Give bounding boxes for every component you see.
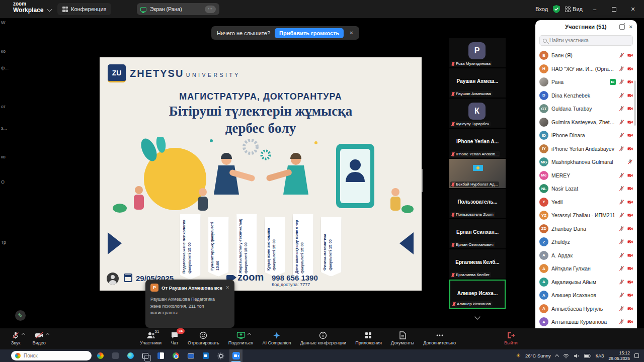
video-options-chevron[interactable]	[46, 333, 49, 336]
audio-button[interactable]: Звук	[9, 330, 22, 346]
taskbar-search[interactable]	[11, 351, 92, 360]
video-tile[interactable]: Р Роза Мухитдинова	[449, 38, 506, 67]
audio-options-chevron[interactable]	[22, 333, 25, 336]
participant-row[interactable]: D Dina Kenzhebek	[535, 89, 637, 103]
more-button[interactable]: Дополнительно	[421, 330, 458, 346]
task-view-icon[interactable]	[139, 349, 152, 362]
taskbar-search-input[interactable]	[24, 353, 88, 358]
screen-share-indicator[interactable]: Экран (Рана) ⋯	[137, 3, 219, 15]
participant-row[interactable]: ZD Zhanbay Dana	[535, 222, 637, 236]
share-options-chevron[interactable]	[248, 333, 251, 336]
app-icon-dark[interactable]	[109, 349, 122, 362]
outlook-icon[interactable]	[184, 349, 197, 362]
chat-button[interactable]: 24 Чат	[169, 330, 181, 346]
notification-center-icon[interactable]	[634, 353, 639, 358]
chrome-icon[interactable]	[169, 349, 182, 362]
banner-text: Ничего не слышите?	[217, 30, 270, 36]
participant-row[interactable]: А Алтыншаш Курманова	[535, 315, 637, 326]
participant-row[interactable]: NL Nasir Lazat	[535, 182, 637, 196]
participants-button[interactable]: 51 Участники	[138, 330, 164, 346]
popout-icon[interactable]	[619, 24, 625, 30]
share-scrollbar[interactable]	[422, 169, 423, 192]
chat-message-text: Раушан Ахмешова Педагогика және психолог…	[150, 296, 221, 317]
share-screen-button[interactable]: Поделиться	[226, 330, 256, 346]
participant-row[interactable]: Н НАО "ЖУ им. И... (Организатор)	[535, 62, 637, 76]
participant-name: Алпысбаева Нургуль	[551, 306, 616, 312]
sender-avatar: Р	[150, 284, 158, 292]
participant-row[interactable]: Z Zhuldyz	[535, 235, 637, 249]
tab-meeting[interactable]: Конференция	[57, 3, 111, 15]
panel-scrollbar[interactable]	[634, 80, 636, 126]
security-shield-icon[interactable]	[553, 5, 560, 13]
strip-collapse-chevron[interactable]	[449, 310, 506, 321]
participant-row[interactable]: GT Guldana Turabay	[535, 102, 637, 116]
weather-text[interactable]: 26°C Sunny	[525, 353, 551, 358]
edge-icon[interactable]	[124, 349, 137, 362]
maximize-button[interactable]	[607, 0, 621, 18]
search-input[interactable]	[549, 38, 629, 43]
right-arrow-decoration	[399, 232, 414, 254]
documents-button[interactable]: Документы	[389, 330, 416, 346]
leave-meeting-button[interactable]: Выйти	[502, 330, 520, 346]
participant-row[interactable]: MG Mashripkhanova Gulmaral	[535, 155, 637, 169]
battery-icon[interactable]	[584, 354, 591, 358]
participant-row[interactable]: IY iPhone Yerlan Andasbayev	[535, 142, 637, 156]
speaker-icon[interactable]	[574, 353, 580, 358]
store-icon[interactable]	[199, 349, 212, 362]
wifi-icon[interactable]	[563, 353, 569, 358]
keyboard-language[interactable]: КАЗ	[596, 353, 604, 358]
meeting-info-button[interactable]: Данные конференции	[298, 330, 349, 346]
video-button[interactable]: Видео	[30, 330, 47, 346]
view-button[interactable]: Вид	[565, 6, 583, 12]
chat-notification-popup[interactable]: Р От Раушан Ахмешова всем ✕ Раушан Ахмеш…	[145, 280, 234, 328]
minimize-button[interactable]: –	[588, 0, 602, 18]
video-tile[interactable]: К Кунсулу Турарбек	[449, 99, 506, 128]
participant-row[interactable]: Gulmira Kasteyeva, Zhetysu Uni...	[535, 116, 637, 129]
video-tile-active-speaker[interactable]: Алишер Исаха... Алишер Исаханов	[449, 280, 506, 309]
panel-close-icon[interactable]: ✕	[629, 24, 633, 30]
share-options-button[interactable]: ⋯	[205, 6, 216, 13]
participant-row[interactable]: Б Баян (Я)	[535, 49, 637, 62]
ai-companion-button[interactable]: AI Companion	[260, 330, 293, 346]
annotation-pencil-button[interactable]: ✎	[15, 310, 26, 321]
copilot-icon[interactable]	[94, 349, 107, 362]
participant-name: Gulmira Kasteyeva, Zhetysu Uni...	[551, 119, 616, 125]
participant-search[interactable]	[539, 35, 633, 46]
ribbon-faculty-6: Физика-математика факультеті 15:00	[321, 217, 342, 277]
participant-row[interactable]: А Аққалиқызы Айым	[535, 276, 637, 289]
mic-muted-icon	[452, 273, 454, 277]
zoom-taskbar-icon[interactable]	[229, 349, 243, 362]
word-icon[interactable]	[154, 349, 167, 362]
video-tile[interactable]: iPhone Yerlan A... iPhone Yerlan Andasb.…	[449, 129, 506, 158]
settings-gear-icon[interactable]	[214, 349, 227, 362]
participant-row[interactable]: YZ Yerassyl Zhailau - ИПМ211	[535, 209, 637, 222]
chat-popup-close-icon[interactable]: ✕	[225, 285, 229, 290]
tray-expand-chevron[interactable]	[555, 354, 559, 358]
participant-row[interactable]: Рана	[535, 75, 637, 89]
participant-name: НАО "ЖУ им. И... (Организатор)	[551, 66, 616, 72]
ribbon-faculty-1: Педагогика және психология факультеті 15…	[180, 214, 201, 280]
video-tile-camera-on[interactable]: Бекбай Нурболат Ад...	[449, 159, 506, 188]
chevron-down-icon[interactable]	[47, 7, 52, 12]
clock[interactable]: 15:12 29.05.2025	[608, 350, 630, 361]
participant-row[interactable]: A A. Ардак	[535, 249, 637, 262]
video-tile[interactable]: Ерлан Сеилхан... Ерлан Сеилханович	[449, 219, 506, 248]
login-button[interactable]: Вход	[535, 6, 548, 12]
participant-row[interactable]: Y Yedil	[535, 196, 637, 209]
participant-row[interactable]: А Алишер Исаханов	[535, 289, 637, 302]
participant-avatar: IY	[539, 144, 548, 153]
participant-row[interactable]: ID iPhone Dinara	[535, 129, 637, 142]
participant-row[interactable]: А Айтқали Гулжан	[535, 262, 637, 276]
video-tile[interactable]: Пользователь... Пользователь Zoom	[449, 189, 506, 218]
participant-row[interactable]: Me MEREY	[535, 169, 637, 183]
search-icon	[543, 39, 547, 43]
video-tile[interactable]: Раушан Ахмеш... Раушан Ахмешова	[449, 68, 506, 98]
edge-label: от	[1, 104, 6, 109]
react-button[interactable]: Отреагировать	[186, 330, 221, 346]
close-button[interactable]: ✕	[626, 0, 640, 18]
video-tile[interactable]: Ергалиева Келб... Ергалиева Келбет	[449, 249, 506, 279]
increase-volume-button[interactable]: Прибавить громкость	[275, 28, 344, 38]
banner-close-icon[interactable]: ✕	[348, 30, 353, 36]
participant-row[interactable]: А Алпысбаева Нургуль	[535, 302, 637, 316]
apps-button[interactable]: Приложения	[353, 330, 384, 346]
